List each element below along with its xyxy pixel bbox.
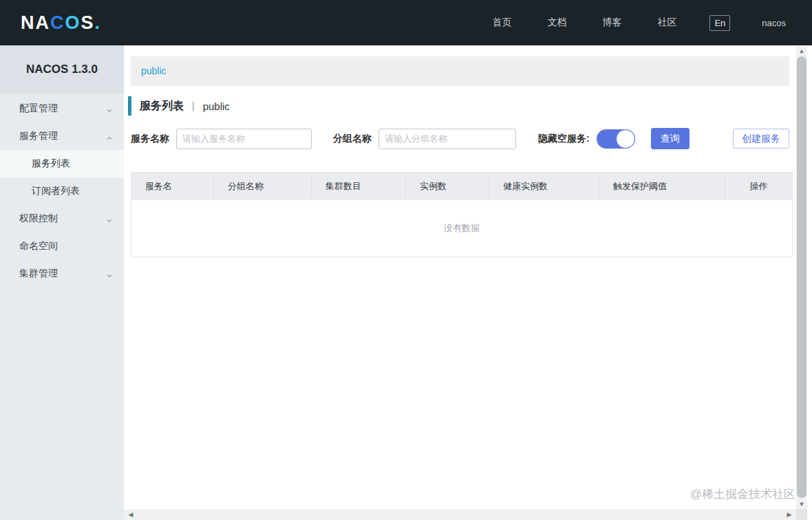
chevron-up-icon bbox=[106, 133, 113, 140]
main-content: public 服务列表 | public 服务名称 分组名称 隐藏空服务: 查询… bbox=[124, 45, 796, 509]
namespace-bar: public bbox=[131, 56, 789, 86]
nav-home-link[interactable]: 首页 bbox=[492, 17, 511, 29]
sidebar-item-label: 订阅者列表 bbox=[32, 185, 80, 197]
sidebar: NACOS 1.3.0 配置管理 服务管理 服务列表 订阅者列表 权限控制 命名… bbox=[0, 45, 124, 520]
service-name-input[interactable] bbox=[176, 129, 312, 149]
sidebar-menu: 配置管理 服务管理 服务列表 订阅者列表 权限控制 命名空间 集群管理 bbox=[0, 94, 124, 288]
nav-docs-link[interactable]: 文档 bbox=[547, 17, 566, 29]
table-empty-state: 没有数据 bbox=[131, 199, 792, 257]
logo-text: C bbox=[50, 12, 65, 34]
hide-empty-service-toggle[interactable] bbox=[597, 129, 635, 149]
title-accent-bar bbox=[128, 96, 131, 116]
service-table: 服务名 分组名称 集群数目 实例数 健康实例数 触发保护阈值 操作 没有数据 bbox=[131, 172, 793, 257]
column-header-cluster-count: 集群数目 bbox=[312, 173, 406, 199]
sidebar-item-label: 服务列表 bbox=[32, 158, 70, 170]
toggle-knob bbox=[616, 129, 635, 149]
logo-text: NA bbox=[21, 12, 50, 34]
scroll-right-arrow-icon[interactable]: ▶ bbox=[784, 510, 795, 519]
logo-text: O bbox=[65, 12, 81, 34]
namespace-public-link[interactable]: public bbox=[141, 65, 167, 76]
column-header-protect-threshold: 触发保护阈值 bbox=[599, 173, 725, 199]
column-header-operation: 操作 bbox=[725, 173, 792, 199]
column-header-service-name: 服务名 bbox=[131, 173, 214, 199]
horizontal-scrollbar[interactable]: ◀ ▶ bbox=[124, 509, 796, 520]
scroll-down-arrow-icon[interactable]: ▼ bbox=[796, 499, 807, 509]
sidebar-item-permission-control[interactable]: 权限控制 bbox=[0, 205, 124, 232]
chevron-down-icon bbox=[106, 105, 113, 112]
service-filter-toolbar: 服务名称 分组名称 隐藏空服务: 查询 创建服务 bbox=[131, 128, 789, 149]
table-header-row: 服务名 分组名称 集群数目 实例数 健康实例数 触发保护阈值 操作 bbox=[131, 173, 792, 199]
sidebar-item-label: 权限控制 bbox=[19, 213, 58, 225]
sidebar-item-service-list[interactable]: 服务列表 bbox=[0, 150, 124, 177]
sidebar-item-namespace[interactable]: 命名空间 bbox=[0, 232, 124, 260]
sidebar-item-label: 服务管理 bbox=[19, 130, 58, 142]
column-header-healthy-instance-count: 健康实例数 bbox=[489, 173, 599, 199]
sidebar-item-label: 命名空间 bbox=[19, 240, 58, 252]
title-separator: | bbox=[192, 100, 195, 111]
chevron-down-icon bbox=[106, 270, 113, 277]
create-service-button[interactable]: 创建服务 bbox=[733, 129, 789, 149]
page-title: 服务列表 bbox=[140, 99, 184, 113]
service-name-label: 服务名称 bbox=[131, 133, 169, 145]
search-button[interactable]: 查询 bbox=[651, 128, 690, 149]
language-toggle-button[interactable]: En bbox=[709, 15, 730, 31]
sidebar-item-label: 配置管理 bbox=[19, 102, 58, 115]
page-title-row: 服务列表 | public bbox=[128, 96, 789, 116]
sidebar-item-service-management[interactable]: 服务管理 bbox=[0, 122, 124, 150]
group-name-label: 分组名称 bbox=[333, 133, 372, 145]
nacos-logo[interactable]: NACOS. bbox=[21, 12, 101, 34]
group-name-input[interactable] bbox=[378, 129, 516, 149]
logo-text: . bbox=[95, 12, 102, 34]
top-header-bar: NACOS. 首页 文档 博客 社区 En nacos bbox=[0, 0, 812, 45]
nav-blog-link[interactable]: 博客 bbox=[602, 17, 621, 29]
sidebar-item-cluster-management[interactable]: 集群管理 bbox=[0, 260, 124, 288]
hide-empty-service-label: 隐藏空服务: bbox=[538, 133, 590, 145]
sidebar-item-subscriber-list[interactable]: 订阅者列表 bbox=[0, 177, 124, 205]
logo-text: S bbox=[81, 12, 95, 34]
nacos-console: NACOS. 首页 文档 博客 社区 En nacos NACOS 1.3.0 … bbox=[0, 0, 812, 520]
scroll-up-arrow-icon[interactable]: ▲ bbox=[796, 46, 807, 56]
vertical-scrollbar[interactable]: ▲ ▼ bbox=[796, 46, 807, 509]
sidebar-version-title: NACOS 1.3.0 bbox=[0, 45, 124, 94]
current-user[interactable]: nacos bbox=[762, 18, 786, 28]
column-header-instance-count: 实例数 bbox=[406, 173, 489, 199]
column-header-group-name: 分组名称 bbox=[214, 173, 312, 199]
sidebar-item-config-management[interactable]: 配置管理 bbox=[0, 95, 124, 122]
scroll-left-arrow-icon[interactable]: ◀ bbox=[125, 510, 136, 519]
chevron-down-icon bbox=[106, 215, 113, 222]
scrollbar-corner bbox=[796, 509, 807, 520]
watermark-text: @稀土掘金技术社区 bbox=[690, 486, 795, 502]
top-navigation: 首页 文档 博客 社区 En nacos bbox=[456, 15, 786, 31]
title-namespace: public bbox=[203, 100, 230, 112]
sidebar-item-label: 集群管理 bbox=[19, 268, 58, 280]
nav-community-link[interactable]: 社区 bbox=[657, 17, 676, 29]
vertical-scrollbar-thumb[interactable] bbox=[797, 56, 806, 498]
